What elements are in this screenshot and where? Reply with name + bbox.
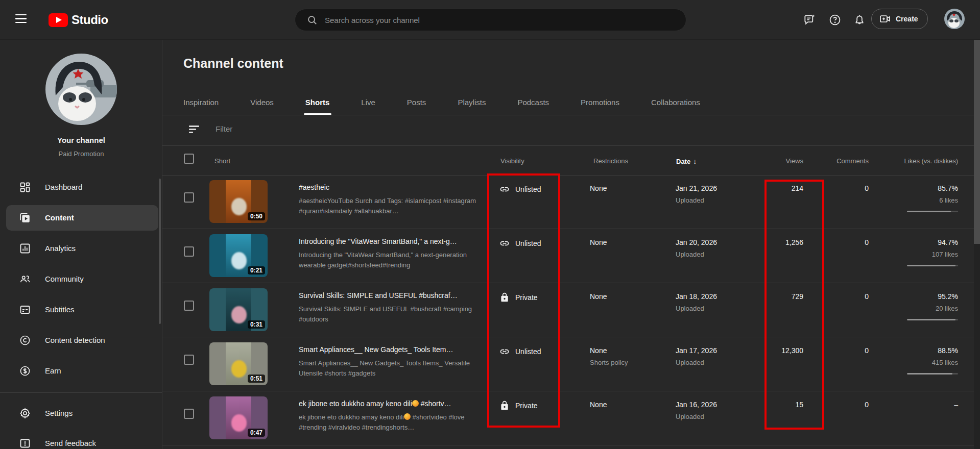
likes-cell: 88.5% 415 likes (875, 346, 958, 375)
row-checkbox[interactable] (184, 192, 194, 203)
sidebar-item-dashboard[interactable]: Dashboard (0, 172, 162, 203)
date-status: Uploaded (676, 251, 717, 258)
table-row[interactable]: 0:31 Survival Skills: SIMPLE and USEFUL … (162, 283, 974, 337)
row-checkbox[interactable] (184, 246, 194, 257)
scrollbar-thumb[interactable] (974, 40, 980, 244)
sidebar-item-label: Community (45, 275, 84, 283)
column-header-visibility[interactable]: Visibility (500, 157, 524, 165)
video-title[interactable]: ek jibone eto dukkho amay keno dili😭 #sh… (299, 400, 482, 408)
restrictions-detail: Shorts policy (590, 359, 628, 366)
restrictions-value: None (590, 238, 607, 246)
tab-promotions[interactable]: Promotions (581, 91, 619, 115)
account-avatar[interactable] (944, 9, 965, 29)
channel-avatar[interactable] (45, 54, 117, 125)
video-thumbnail[interactable]: 0:31 (209, 288, 268, 331)
video-title[interactable]: #aestheic (299, 183, 482, 191)
likes-percent: 88.5% (875, 346, 958, 355)
link-icon (499, 346, 510, 357)
sidebar-item-content-detection[interactable]: Content detection (0, 325, 162, 356)
column-header-date[interactable]: Date↓ (676, 157, 697, 165)
video-thumbnail[interactable]: 0:21 (209, 234, 268, 277)
duration-badge: 0:31 (248, 320, 265, 329)
help-icon[interactable] (828, 13, 842, 27)
table-row[interactable]: 0:47 ek jibone eto dukkho amay keno dili… (162, 391, 974, 445)
sidebar-item-subtitles[interactable]: Subtitles (0, 294, 162, 325)
row-checkbox[interactable] (184, 355, 194, 365)
thumbnail-subject (231, 306, 247, 323)
sidebar-item-content[interactable]: Content (0, 203, 162, 233)
gear-icon (19, 407, 31, 419)
video-thumbnail[interactable]: 0:51 (209, 342, 268, 385)
link-icon (499, 184, 510, 194)
row-checkbox[interactable] (184, 409, 194, 419)
likes-ratio-bar (907, 265, 958, 266)
page-scrollbar[interactable] (974, 40, 980, 449)
sidebar-item-analytics[interactable]: Analytics (0, 233, 162, 264)
tab-posts[interactable]: Posts (407, 91, 426, 115)
feedback-history-icon[interactable] (803, 13, 816, 27)
likes-count: 6 likes (875, 196, 958, 204)
video-title[interactable]: Introducing the "VitaWear SmartBand," a … (299, 237, 482, 245)
search-bar[interactable] (295, 9, 686, 31)
views-value: 12,300 (729, 346, 803, 355)
likes-ratio-fill (907, 319, 955, 320)
sidebar-item-earn[interactable]: Earn (0, 356, 162, 386)
filter-input[interactable] (216, 124, 420, 133)
column-header-restrictions[interactable]: Restrictions (593, 157, 628, 165)
visibility-label: Unlisted (515, 239, 541, 247)
table-row[interactable]: 0:50 #aestheic #aestheicYouTube Surch an… (162, 175, 974, 229)
tab-shorts[interactable]: Shorts (305, 91, 330, 115)
table-row[interactable]: 0:51 Smart Appliances__ New Gadgets_ Too… (162, 337, 974, 391)
visibility-cell[interactable]: Private (499, 401, 538, 411)
visibility-cell[interactable]: Unlisted (499, 238, 541, 248)
video-title[interactable]: Smart Appliances__ New Gadgets_ Tools It… (299, 345, 482, 354)
sidebar-item-send-feedback[interactable]: Send feedback (0, 428, 162, 449)
video-thumbnail[interactable]: 0:47 (209, 396, 268, 439)
date-cell: Jan 16, 2026 Uploaded (676, 401, 717, 420)
hamburger-menu-icon[interactable] (15, 14, 28, 26)
sidebar-item-community[interactable]: Community (0, 264, 162, 294)
table-row[interactable]: 0:21 Introducing the "VitaWear SmartBand… (162, 229, 974, 283)
filter-icon[interactable] (189, 126, 200, 134)
views-value: 214 (729, 184, 803, 192)
likes-count: 107 likes (875, 251, 958, 258)
channel-name[interactable]: Your channel (0, 136, 162, 144)
sidebar: Your channel Paid Promotion DashboardCon… (0, 40, 162, 449)
column-header-short[interactable]: Short (214, 157, 230, 165)
feedback-icon (19, 437, 31, 449)
tab-live[interactable]: Live (361, 91, 375, 115)
visibility-cell[interactable]: Unlisted (499, 184, 541, 194)
search-icon (306, 14, 318, 26)
youtube-studio-logo[interactable]: Studio (49, 13, 108, 27)
duration-badge: 0:47 (248, 429, 265, 437)
select-all-checkbox[interactable] (184, 154, 194, 164)
tab-podcasts[interactable]: Podcasts (517, 91, 549, 115)
tab-inspiration[interactable]: Inspiration (183, 91, 219, 115)
link-icon (499, 238, 510, 248)
video-description: Introducing the "VitaWear SmartBand," a … (299, 250, 489, 270)
visibility-label: Private (515, 402, 538, 410)
video-thumbnail[interactable]: 0:50 (209, 180, 268, 223)
notifications-bell-icon[interactable] (853, 13, 866, 27)
row-checkbox[interactable] (184, 301, 194, 311)
column-header-likes[interactable]: Likes (vs. dislikes) (875, 157, 958, 165)
column-header-comments[interactable]: Comments (826, 157, 869, 165)
column-header-views[interactable]: Views (729, 157, 803, 165)
sidebar-scrollbar[interactable] (159, 179, 161, 324)
visibility-cell[interactable]: Private (499, 292, 538, 303)
search-input[interactable] (325, 16, 676, 24)
sidebar-divider (0, 392, 162, 393)
tab-collaborations[interactable]: Collaborations (651, 91, 700, 115)
likes-count: 415 likes (875, 359, 958, 366)
tab-playlists[interactable]: Playlists (458, 91, 486, 115)
video-title[interactable]: Survival Skills: SIMPLE and USEFUL #bush… (299, 291, 482, 300)
date-value: Jan 16, 2026 (676, 401, 717, 409)
channel-subtitle: Paid Promotion (0, 150, 162, 158)
sidebar-item-settings[interactable]: Settings (0, 398, 162, 429)
create-button[interactable]: Create (871, 9, 928, 29)
tab-videos[interactable]: Videos (250, 91, 274, 115)
date-value: Jan 20, 2026 (676, 238, 717, 246)
date-cell: Jan 20, 2026 Uploaded (676, 238, 717, 258)
likes-cell: 95.2% 20 likes (875, 292, 958, 320)
visibility-cell[interactable]: Unlisted (499, 346, 541, 357)
